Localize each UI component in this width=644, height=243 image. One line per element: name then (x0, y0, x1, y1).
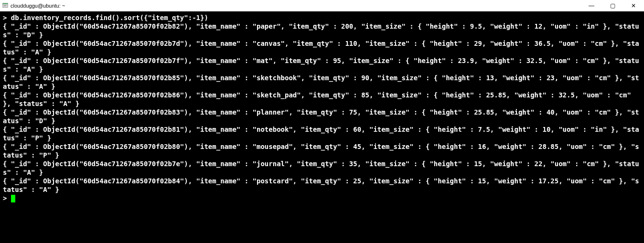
prompt: > (3, 14, 11, 21)
svg-rect-3 (4, 6, 6, 6)
close-button[interactable]: ✕ (623, 0, 644, 11)
command-text: db.inventory_records.find().sort({"item_… (11, 14, 208, 21)
app-icon (2, 2, 9, 9)
window-controls: — ▢ ✕ (581, 0, 644, 11)
svg-rect-2 (4, 5, 7, 5)
window-title: cloudduggu@ubuntu: ~ (11, 3, 65, 9)
maximize-button[interactable]: ▢ (602, 0, 623, 11)
titlebar-left: cloudduggu@ubuntu: ~ (2, 2, 65, 9)
terminal-output[interactable]: > db.inventory_records.find().sort({"ite… (0, 11, 644, 243)
cursor (11, 195, 15, 202)
query-output: { "_id" : ObjectId("60d54ac71267a85070f0… (3, 22, 639, 193)
minimize-button[interactable]: — (581, 0, 602, 11)
window-titlebar: cloudduggu@ubuntu: ~ — ▢ ✕ (0, 0, 644, 11)
prompt-end: > (3, 194, 11, 202)
svg-rect-1 (3, 3, 8, 4)
